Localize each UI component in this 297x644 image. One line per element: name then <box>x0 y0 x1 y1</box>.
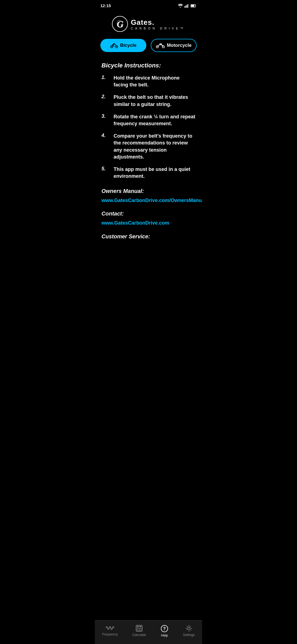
section-title: Bicycle Instructions: <box>101 62 196 69</box>
svg-rect-2 <box>186 5 187 8</box>
contact-section: Contact: www.GatesCarbonDrive.com <box>101 211 196 227</box>
motorcycle-icon <box>156 43 165 48</box>
brand-text: Gates. CARBON DRIVE™ <box>131 18 186 30</box>
step-text-4: Compare your belt's frequency to the rec… <box>114 133 196 160</box>
step-number-3: 3. <box>101 113 109 119</box>
battery-icon <box>191 4 197 7</box>
customer-service-label: Customer Service: <box>101 233 196 240</box>
svg-rect-1 <box>185 6 185 8</box>
contact-label: Contact: <box>101 211 196 217</box>
bicycle-tab[interactable]: Bicycle <box>100 39 146 52</box>
instruction-item-1: 1. Hold the device Microphone facing the… <box>101 75 196 88</box>
instruction-item-3: 3. Rotate the crank ¼ turn and repeat fr… <box>101 113 196 127</box>
tab-container: Bicycle Motorcycle <box>95 39 202 58</box>
bicycle-icon <box>110 43 118 48</box>
svg-rect-4 <box>188 4 189 8</box>
step-text-3: Rotate the crank ¼ turn and repeat frequ… <box>114 113 196 127</box>
owners-manual-label: Owners Manual: <box>101 188 196 194</box>
step-text-5: This app must be used in a quiet environ… <box>114 166 196 180</box>
gates-logo-circle: G <box>112 16 128 32</box>
status-icons <box>178 4 197 8</box>
owners-manual-section: Owners Manual: www.GatesCarbonDrive.com/… <box>101 188 196 204</box>
svg-point-0 <box>180 7 181 8</box>
instructions-list: 1. Hold the device Microphone facing the… <box>101 75 196 180</box>
contact-url[interactable]: www.GatesCarbonDrive.com <box>101 220 196 227</box>
motorcycle-tab-label: Motorcycle <box>167 43 192 48</box>
step-number-5: 5. <box>101 166 109 172</box>
status-bar: 12:15 <box>95 0 202 10</box>
svg-point-12 <box>114 43 115 44</box>
step-text-1: Hold the device Microphone facing the be… <box>114 75 196 88</box>
signal-icon <box>185 4 189 8</box>
svg-rect-6 <box>191 5 194 7</box>
main-content: Bicycle Instructions: 1. Hold the device… <box>95 58 202 278</box>
gates-logo: G Gates. CARBON DRIVE™ <box>112 16 186 32</box>
instruction-item-5: 5. This app must be used in a quiet envi… <box>101 166 196 180</box>
svg-rect-3 <box>187 4 188 8</box>
step-text-2: Pluck the belt so that it vibrates simil… <box>114 94 196 108</box>
motorcycle-tab[interactable]: Motorcycle <box>151 39 197 52</box>
bicycle-tab-label: Bicycle <box>120 43 137 48</box>
brand-subtitle: CARBON DRIVE™ <box>131 27 186 30</box>
step-number-2: 2. <box>101 94 109 100</box>
step-number-1: 1. <box>101 75 109 80</box>
wifi-icon <box>178 4 183 8</box>
step-number-4: 4. <box>101 133 109 138</box>
status-time: 12:15 <box>100 3 111 8</box>
customer-service-section: Customer Service: <box>101 233 196 240</box>
logo-area: G Gates. CARBON DRIVE™ <box>95 10 202 39</box>
brand-name: Gates. <box>131 18 186 27</box>
instruction-item-2: 2. Pluck the belt so that it vibrates si… <box>101 94 196 108</box>
owners-manual-url[interactable]: www.GatesCarbonDrive.com/OwnersManual <box>101 197 196 204</box>
instruction-item-4: 4. Compare your belt's frequency to the … <box>101 133 196 160</box>
